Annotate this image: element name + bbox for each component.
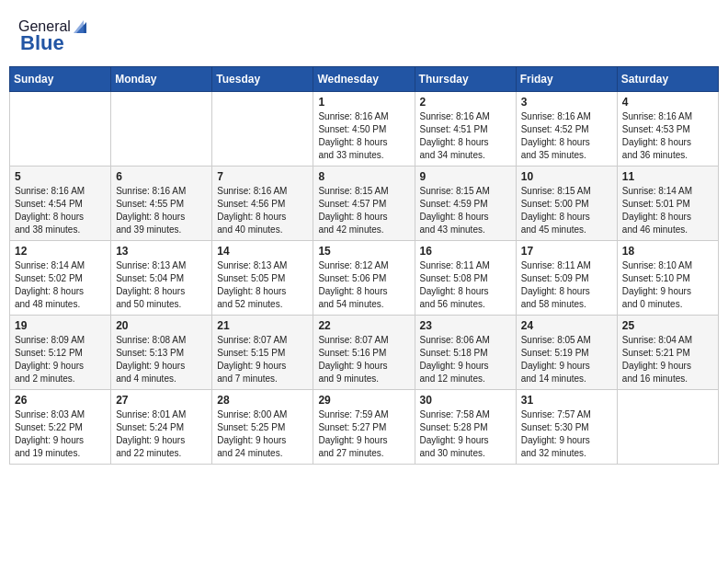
calendar-day-header: Saturday	[617, 67, 718, 92]
day-info: Sunrise: 8:16 AM Sunset: 4:50 PM Dayligh…	[318, 110, 409, 162]
day-number: 26	[15, 394, 106, 407]
calendar-cell	[212, 92, 313, 167]
day-info: Sunrise: 8:16 AM Sunset: 4:53 PM Dayligh…	[622, 110, 713, 162]
day-number: 29	[318, 394, 409, 407]
day-info: Sunrise: 8:06 AM Sunset: 5:18 PM Dayligh…	[420, 334, 511, 385]
day-info: Sunrise: 8:10 AM Sunset: 5:10 PM Dayligh…	[622, 259, 713, 311]
day-number: 6	[116, 170, 207, 183]
logo: General Blue	[18, 18, 88, 55]
day-number: 30	[420, 394, 511, 407]
day-number: 1	[318, 96, 409, 109]
day-number: 15	[318, 245, 409, 258]
day-number: 17	[521, 245, 612, 258]
calendar-cell: 20Sunrise: 8:08 AM Sunset: 5:13 PM Dayli…	[111, 316, 212, 390]
calendar-cell: 18Sunrise: 8:10 AM Sunset: 5:10 PM Dayli…	[617, 241, 718, 316]
day-number: 2	[420, 96, 511, 109]
day-number: 9	[420, 170, 511, 183]
calendar-day-header: Friday	[516, 67, 617, 92]
calendar-week-row: 26Sunrise: 8:03 AM Sunset: 5:22 PM Dayli…	[10, 390, 719, 465]
logo-icon	[72, 18, 88, 35]
logo-blue-text: Blue	[20, 31, 64, 55]
day-info: Sunrise: 8:16 AM Sunset: 4:55 PM Dayligh…	[116, 185, 207, 236]
calendar-header: SundayMondayTuesdayWednesdayThursdayFrid…	[10, 67, 719, 92]
calendar-cell: 5Sunrise: 8:16 AM Sunset: 4:54 PM Daylig…	[10, 167, 111, 241]
day-number: 18	[622, 245, 713, 258]
calendar-cell: 17Sunrise: 8:11 AM Sunset: 5:09 PM Dayli…	[516, 241, 617, 316]
day-info: Sunrise: 8:05 AM Sunset: 5:19 PM Dayligh…	[521, 334, 612, 385]
day-info: Sunrise: 8:15 AM Sunset: 4:59 PM Dayligh…	[420, 185, 511, 236]
day-info: Sunrise: 7:59 AM Sunset: 5:27 PM Dayligh…	[318, 408, 409, 460]
day-info: Sunrise: 8:00 AM Sunset: 5:25 PM Dayligh…	[217, 408, 308, 460]
day-number: 27	[116, 394, 207, 407]
day-info: Sunrise: 8:15 AM Sunset: 5:00 PM Dayligh…	[521, 185, 612, 236]
calendar-day-header: Wednesday	[313, 67, 415, 92]
day-number: 21	[217, 319, 308, 332]
calendar-cell: 24Sunrise: 8:05 AM Sunset: 5:19 PM Dayli…	[516, 316, 617, 390]
day-info: Sunrise: 8:08 AM Sunset: 5:13 PM Dayligh…	[116, 334, 207, 385]
calendar-cell: 16Sunrise: 8:11 AM Sunset: 5:08 PM Dayli…	[415, 241, 516, 316]
calendar-cell: 4Sunrise: 8:16 AM Sunset: 4:53 PM Daylig…	[617, 92, 718, 167]
day-number: 4	[622, 96, 713, 109]
day-number: 25	[622, 319, 713, 332]
day-info: Sunrise: 8:03 AM Sunset: 5:22 PM Dayligh…	[15, 408, 106, 460]
day-number: 12	[15, 245, 106, 258]
calendar-cell: 6Sunrise: 8:16 AM Sunset: 4:55 PM Daylig…	[111, 167, 212, 241]
calendar-cell	[111, 92, 212, 167]
calendar-cell: 25Sunrise: 8:04 AM Sunset: 5:21 PM Dayli…	[617, 316, 718, 390]
day-number: 31	[521, 394, 612, 407]
calendar-cell: 23Sunrise: 8:06 AM Sunset: 5:18 PM Dayli…	[415, 316, 516, 390]
calendar-week-row: 1Sunrise: 8:16 AM Sunset: 4:50 PM Daylig…	[10, 92, 719, 167]
day-info: Sunrise: 8:14 AM Sunset: 5:01 PM Dayligh…	[622, 185, 713, 236]
day-number: 7	[217, 170, 308, 183]
calendar-cell: 21Sunrise: 8:07 AM Sunset: 5:15 PM Dayli…	[212, 316, 313, 390]
day-number: 28	[217, 394, 308, 407]
calendar-cell: 8Sunrise: 8:15 AM Sunset: 4:57 PM Daylig…	[313, 167, 415, 241]
calendar-table: SundayMondayTuesdayWednesdayThursdayFrid…	[9, 66, 719, 465]
calendar-header-row: SundayMondayTuesdayWednesdayThursdayFrid…	[10, 67, 719, 92]
day-info: Sunrise: 7:57 AM Sunset: 5:30 PM Dayligh…	[521, 408, 612, 460]
day-number: 8	[318, 170, 409, 183]
calendar-cell: 10Sunrise: 8:15 AM Sunset: 5:00 PM Dayli…	[516, 167, 617, 241]
day-number: 16	[420, 245, 511, 258]
calendar-cell: 13Sunrise: 8:13 AM Sunset: 5:04 PM Dayli…	[111, 241, 212, 316]
day-info: Sunrise: 8:13 AM Sunset: 5:05 PM Dayligh…	[217, 259, 308, 311]
calendar-cell: 14Sunrise: 8:13 AM Sunset: 5:05 PM Dayli…	[212, 241, 313, 316]
day-number: 14	[217, 245, 308, 258]
calendar-week-row: 19Sunrise: 8:09 AM Sunset: 5:12 PM Dayli…	[10, 316, 719, 390]
calendar-cell: 11Sunrise: 8:14 AM Sunset: 5:01 PM Dayli…	[617, 167, 718, 241]
page-header: General Blue	[9, 9, 719, 63]
day-info: Sunrise: 8:16 AM Sunset: 4:51 PM Dayligh…	[420, 110, 511, 162]
day-number: 23	[420, 319, 511, 332]
day-number: 13	[116, 245, 207, 258]
day-number: 22	[318, 319, 409, 332]
day-info: Sunrise: 8:04 AM Sunset: 5:21 PM Dayligh…	[622, 334, 713, 385]
calendar-cell	[617, 390, 718, 465]
day-info: Sunrise: 8:16 AM Sunset: 4:52 PM Dayligh…	[521, 110, 612, 162]
day-info: Sunrise: 8:07 AM Sunset: 5:16 PM Dayligh…	[318, 334, 409, 385]
calendar-day-header: Thursday	[415, 67, 516, 92]
day-info: Sunrise: 8:16 AM Sunset: 4:54 PM Dayligh…	[15, 185, 106, 236]
day-number: 10	[521, 170, 612, 183]
calendar-cell: 29Sunrise: 7:59 AM Sunset: 5:27 PM Dayli…	[313, 390, 415, 465]
day-number: 5	[15, 170, 106, 183]
calendar-cell: 1Sunrise: 8:16 AM Sunset: 4:50 PM Daylig…	[313, 92, 415, 167]
day-info: Sunrise: 7:58 AM Sunset: 5:28 PM Dayligh…	[420, 408, 511, 460]
calendar-cell: 7Sunrise: 8:16 AM Sunset: 4:56 PM Daylig…	[212, 167, 313, 241]
day-info: Sunrise: 8:13 AM Sunset: 5:04 PM Dayligh…	[116, 259, 207, 311]
day-number: 20	[116, 319, 207, 332]
day-info: Sunrise: 8:14 AM Sunset: 5:02 PM Dayligh…	[15, 259, 106, 311]
calendar-body: 1Sunrise: 8:16 AM Sunset: 4:50 PM Daylig…	[10, 92, 719, 465]
day-number: 19	[15, 319, 106, 332]
svg-marker-1	[74, 20, 84, 33]
calendar-cell: 3Sunrise: 8:16 AM Sunset: 4:52 PM Daylig…	[516, 92, 617, 167]
calendar-cell: 12Sunrise: 8:14 AM Sunset: 5:02 PM Dayli…	[10, 241, 111, 316]
calendar-cell: 28Sunrise: 8:00 AM Sunset: 5:25 PM Dayli…	[212, 390, 313, 465]
calendar-cell: 19Sunrise: 8:09 AM Sunset: 5:12 PM Dayli…	[10, 316, 111, 390]
calendar-week-row: 12Sunrise: 8:14 AM Sunset: 5:02 PM Dayli…	[10, 241, 719, 316]
day-number: 24	[521, 319, 612, 332]
day-number: 11	[622, 170, 713, 183]
calendar-cell: 2Sunrise: 8:16 AM Sunset: 4:51 PM Daylig…	[415, 92, 516, 167]
calendar-day-header: Tuesday	[212, 67, 313, 92]
day-info: Sunrise: 8:09 AM Sunset: 5:12 PM Dayligh…	[15, 334, 106, 385]
calendar-day-header: Monday	[111, 67, 212, 92]
